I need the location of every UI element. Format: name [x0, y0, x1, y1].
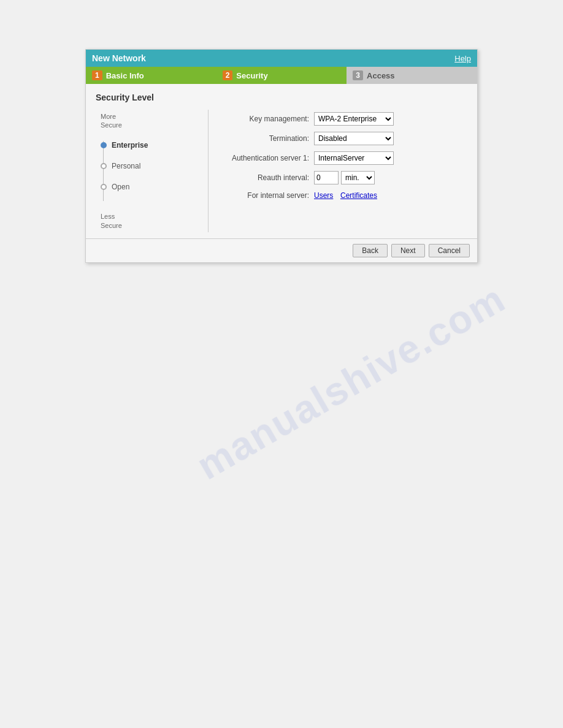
step-tabs: 1 Basic Info 2 Security 3 Access: [86, 67, 477, 84]
dialog-footer: Back Next Cancel: [86, 238, 477, 262]
select-auth-server[interactable]: InternalServer ExternalServer: [314, 151, 394, 165]
section-title: Security Level: [96, 93, 467, 102]
control-key-management: WPA-2 Enterprise WPA Enterprise WPA-2 Pe…: [314, 112, 394, 126]
form-panel: Key management: WPA-2 Enterprise WPA Ent…: [213, 110, 467, 232]
label-termination: Termination:: [218, 134, 309, 143]
form-row-auth-server: Authentication server 1: InternalServer …: [218, 151, 462, 165]
content-area: MoreSecure Enterprise Personal: [96, 110, 467, 232]
control-auth-server: InternalServer ExternalServer: [314, 151, 394, 165]
dialog-body: Security Level MoreSecure Enterprise: [86, 84, 477, 238]
dialog-title: New Network: [92, 53, 146, 63]
form-row-internal-server: For internal server: Users Certificates: [218, 191, 462, 200]
slider-item-enterprise[interactable]: Enterprise: [101, 135, 155, 156]
slider-dot-personal: [101, 163, 107, 169]
input-reauth-value[interactable]: [314, 171, 339, 184]
link-certificates[interactable]: Certificates: [340, 191, 377, 200]
more-secure-label: MoreSecure: [101, 112, 122, 130]
link-users[interactable]: Users: [314, 191, 333, 200]
slider-label-enterprise: Enterprise: [112, 141, 148, 150]
slider-item-personal[interactable]: Personal: [101, 156, 155, 176]
control-termination: Disabled Enabled: [314, 132, 394, 145]
form-row-termination: Termination: Disabled Enabled: [218, 132, 462, 145]
step-num-1: 1: [92, 70, 102, 80]
dialog-window: New Network Help 1 Basic Info 2 Security…: [85, 49, 478, 263]
form-row-key-management: Key management: WPA-2 Enterprise WPA Ent…: [218, 112, 462, 126]
slider-item-open[interactable]: Open: [101, 176, 155, 197]
slider-label-open: Open: [112, 183, 129, 191]
tab-access[interactable]: 3 Access: [347, 67, 477, 84]
step-num-2: 2: [223, 70, 233, 80]
tab-security[interactable]: 2 Security: [216, 67, 347, 84]
less-secure-label: LessSecure: [101, 212, 122, 230]
select-key-management[interactable]: WPA-2 Enterprise WPA Enterprise WPA-2 Pe…: [314, 112, 394, 126]
control-reauth: min. sec. hr.: [314, 171, 375, 184]
select-termination[interactable]: Disabled Enabled: [314, 132, 394, 145]
label-reauth: Reauth interval:: [218, 173, 309, 182]
step-num-3: 3: [353, 70, 363, 80]
next-button[interactable]: Next: [391, 244, 425, 257]
help-link[interactable]: Help: [454, 54, 471, 63]
label-internal-server: For internal server:: [218, 191, 309, 200]
label-auth-server: Authentication server 1:: [218, 154, 309, 162]
tab-access-label: Access: [367, 71, 395, 80]
tab-security-label: Security: [236, 71, 267, 80]
slider-dot-enterprise: [101, 142, 107, 148]
form-row-reauth: Reauth interval: min. sec. hr.: [218, 171, 462, 184]
slider-dot-open: [101, 184, 107, 190]
slider-label-personal: Personal: [112, 162, 140, 170]
label-key-management: Key management:: [218, 115, 309, 123]
vertical-divider: [208, 110, 209, 232]
back-button[interactable]: Back: [353, 244, 388, 257]
cancel-button[interactable]: Cancel: [429, 244, 470, 257]
slider-wrapper: Enterprise Personal Open: [101, 135, 155, 208]
security-level-panel: MoreSecure Enterprise Personal: [96, 110, 203, 232]
tab-basic-info-label: Basic Info: [106, 71, 144, 80]
control-internal-server: Users Certificates: [314, 191, 377, 200]
dialog-header: New Network Help: [86, 50, 477, 67]
tab-basic-info[interactable]: 1 Basic Info: [86, 67, 216, 84]
select-reauth-unit[interactable]: min. sec. hr.: [341, 171, 375, 184]
